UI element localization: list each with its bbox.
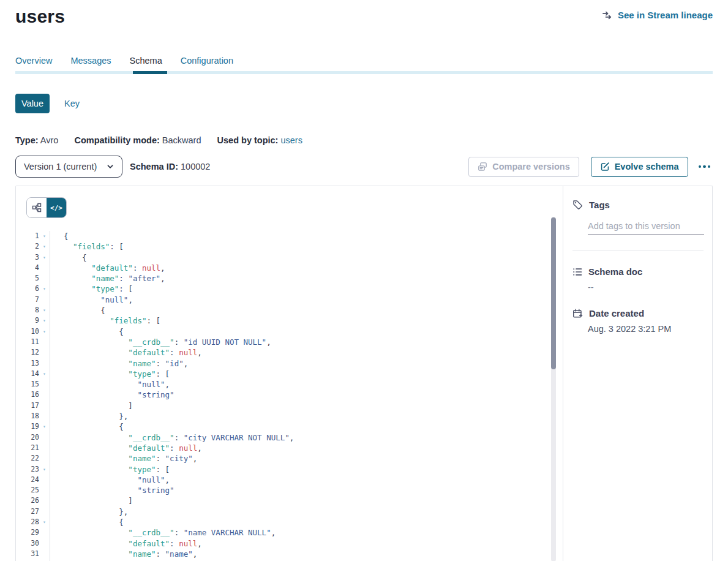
fold-spacer [39,495,50,506]
code-line: 4 "default": null, [16,263,563,273]
fold-spacer [39,358,50,369]
code-line: 15 "null", [16,379,563,390]
evolve-schema-button[interactable]: Evolve schema [591,157,688,177]
code-line: 24 "null", [16,475,563,485]
add-tags-input[interactable] [588,221,704,235]
topic-link[interactable]: users [280,135,302,145]
line-number: 3 [24,252,39,263]
topic-label: Used by topic: [217,135,279,145]
code-line: 8▾ { [16,305,563,315]
schema-view-toggle: </> [26,197,67,218]
code-text: "__crdb__": "id UUID NOT NULL", [50,337,271,347]
tags-title: Tags [589,200,610,210]
tags-section-header: Tags [572,200,704,210]
schema-type: Type: Avro [15,135,58,145]
tree-view-button[interactable] [27,198,47,217]
fold-spacer [39,390,50,400]
fold-toggle-icon[interactable]: ▾ [39,231,50,241]
line-number: 19 [24,421,39,432]
code-line: 19▾ { [16,421,563,432]
tab-messages[interactable]: Messages [70,55,111,71]
see-in-stream-lineage-label: See in Stream lineage [618,10,713,20]
fold-spacer [39,347,50,358]
code-line: 14▾ "type": [ [16,369,563,379]
code-line: 10▾ { [16,326,563,337]
schema-id-label: Schema ID: [130,162,178,171]
code-line: 21 "default": null, [16,443,563,453]
code-line: 27 }, [16,506,563,517]
line-number: 4 [24,263,39,273]
code-scrollbar-track[interactable] [551,217,556,561]
code-line: 28▾ { [16,517,563,527]
code-text: "name": "id", [50,358,188,369]
schema-id: Schema ID: 100002 [130,162,210,171]
active-tab-indicator [133,71,167,74]
date-created-value: Aug. 3 2022 3:21 PM [588,324,704,334]
page-header: users See in Stream lineage [15,6,713,27]
schema-page: users See in Stream lineage Overview Mes… [0,0,728,561]
code-text: "fields": [ [50,315,160,326]
line-number: 18 [24,411,39,421]
compare-versions-icon [478,162,487,171]
stream-lineage-icon [602,11,613,20]
schema-doc-value: -- [588,282,704,292]
fold-toggle-icon[interactable]: ▾ [39,517,50,527]
key-toggle-button[interactable]: Key [64,99,80,108]
more-actions-button[interactable] [696,162,713,172]
schema-code-panel: </> 1▾{2▾ "fields": [3▾ {4 "default": nu… [16,186,563,561]
tab-configuration[interactable]: Configuration [181,55,233,71]
code-scrollbar-thumb[interactable] [551,217,556,369]
code-text: "type": [ [50,284,133,294]
code-text: "type": [ [50,369,170,379]
sidebar-divider [572,250,704,250]
fold-toggle-icon[interactable]: ▾ [39,464,50,475]
fold-toggle-icon[interactable]: ▾ [39,241,50,252]
code-text: "default": null, [50,347,202,358]
fold-toggle-icon[interactable]: ▾ [39,252,50,263]
see-in-stream-lineage-link[interactable]: See in Stream lineage [602,10,713,20]
value-toggle-button[interactable]: Value [15,94,50,113]
fold-toggle-icon[interactable]: ▾ [39,421,50,432]
code-text: { [50,326,124,337]
code-line: 25 "string" [16,485,563,495]
list-icon [572,267,582,277]
line-number: 29 [24,527,39,538]
code-text: "type": [ [50,464,170,475]
code-text: { [50,517,124,527]
fold-spacer [39,549,50,559]
tab-overview[interactable]: Overview [15,55,52,71]
code-view-icon: </> [50,204,62,212]
fold-toggle-icon[interactable]: ▾ [39,369,50,379]
code-line: 1▾{ [16,231,563,241]
code-text: { [50,231,69,241]
code-text: { [50,421,124,432]
code-line: 16 "string" [16,390,563,400]
code-line: 22 "name": "city", [16,453,563,464]
code-text: "name": "city", [50,453,197,464]
code-text: "default": null, [50,538,202,549]
schema-doc-section: Schema doc -- [572,266,704,292]
code-text: "fields": [ [50,241,124,252]
date-created-title: Date created [589,308,644,318]
tab-underline-track [15,71,713,74]
line-number: 14 [24,369,39,379]
code-text: ] [50,495,133,506]
version-select[interactable]: Version 1 (current) [15,156,122,178]
fold-toggle-icon[interactable]: ▾ [39,326,50,337]
code-line: 20 "__crdb__": "city VARCHAR NOT NULL", [16,432,563,443]
code-view-button[interactable]: </> [47,198,66,217]
tab-schema[interactable]: Schema [130,55,162,71]
ellipsis-icon [708,165,711,168]
fold-spacer [39,475,50,485]
code-line: 12 "default": null, [16,347,563,358]
code-text: "__crdb__": "name VARCHAR NULL", [50,527,276,538]
code-line: 5 "name": "after", [16,273,563,284]
fold-spacer [39,527,50,538]
code-lines: 1▾{2▾ "fields": [3▾ {4 "default": null,5… [16,231,563,561]
fold-toggle-icon[interactable]: ▾ [39,305,50,315]
fold-toggle-icon[interactable]: ▾ [39,284,50,294]
code-line: 31 "name": "name", [16,549,563,559]
code-line: 13 "name": "id", [16,358,563,369]
fold-toggle-icon[interactable]: ▾ [39,315,50,326]
compare-versions-button[interactable]: Compare versions [468,157,579,177]
